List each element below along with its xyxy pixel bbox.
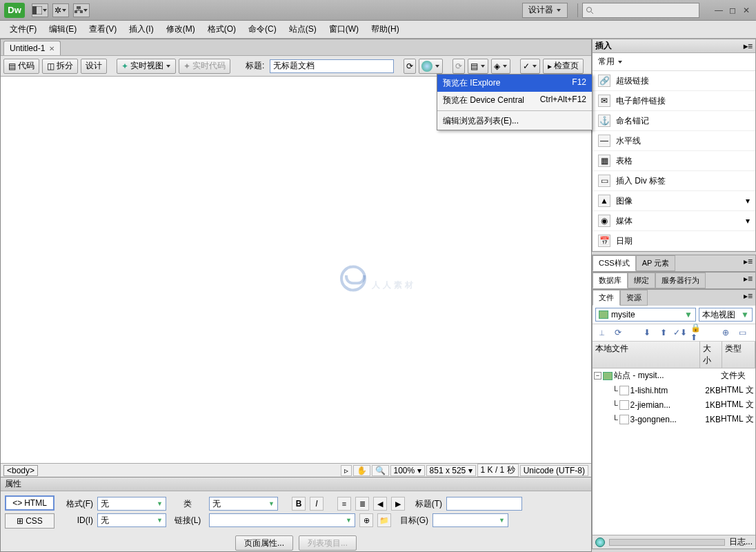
preview-button[interactable]: [419, 59, 443, 74]
insert-div[interactable]: ▭插入 Div 标签: [593, 171, 755, 191]
col-size[interactable]: 大小: [700, 342, 722, 368]
panel-menu-icon[interactable]: ▸≡: [741, 290, 755, 306]
target-select[interactable]: ▼: [432, 513, 508, 527]
assets-tab[interactable]: 资源: [620, 290, 648, 306]
live-view-button[interactable]: ✦实时视图: [117, 59, 176, 74]
zoom-value[interactable]: 100% ▾: [390, 465, 425, 476]
site-menu[interactable]: [73, 3, 90, 17]
search-box[interactable]: [582, 3, 699, 18]
insert-media[interactable]: ◉媒体▾: [593, 211, 755, 231]
expand-icon[interactable]: ▭: [736, 326, 748, 339]
extension-menu[interactable]: ✲: [52, 3, 69, 17]
file-mgmt-button[interactable]: ⟳: [404, 59, 416, 74]
check-page-button[interactable]: ▸检查页: [543, 59, 584, 74]
insert-table[interactable]: ▦表格: [593, 151, 755, 171]
design-view-button[interactable]: 设计: [81, 59, 107, 74]
log-link[interactable]: 日志...: [729, 536, 753, 548]
insert-email[interactable]: ✉电子邮件链接: [593, 91, 755, 111]
title-input[interactable]: [270, 59, 394, 73]
dropdown-icon[interactable]: ▾: [746, 216, 750, 226]
insert-hyperlink[interactable]: 🔗超级链接: [593, 71, 755, 91]
insert-hr[interactable]: —水平线: [593, 131, 755, 151]
menu-format[interactable]: 格式(O): [202, 21, 241, 38]
layout-switcher[interactable]: [32, 3, 48, 17]
validate-button[interactable]: ✓: [520, 59, 540, 74]
insert-category[interactable]: 常用: [593, 53, 755, 71]
col-type[interactable]: 类型: [722, 342, 755, 368]
menu-help[interactable]: 帮助(H): [366, 21, 405, 38]
format-select[interactable]: 无▼: [97, 497, 166, 511]
bindings-tab[interactable]: 绑定: [628, 273, 655, 288]
file-row[interactable]: └ 2-jiemian... 1KBHTML 文: [593, 397, 755, 412]
menu-modify[interactable]: 修改(M): [161, 21, 201, 38]
view-options-button[interactable]: ▤: [468, 59, 488, 74]
panel-menu-icon[interactable]: ▸≡: [744, 41, 753, 51]
checkout-icon[interactable]: ✓⬇: [674, 326, 686, 339]
close-tab-icon[interactable]: ✕: [49, 45, 54, 52]
class-select[interactable]: 无▼: [209, 497, 278, 511]
site-root-row[interactable]: − 站点 - mysit... 文件夹: [593, 368, 755, 383]
css-mode-button[interactable]: ⊞ CSS: [5, 513, 54, 529]
title-field-input[interactable]: [446, 497, 522, 511]
insert-anchor[interactable]: ⚓命名锚记: [593, 111, 755, 131]
menu-commands[interactable]: 命令(C): [243, 21, 282, 38]
design-canvas[interactable]: [1, 77, 591, 463]
collapse-icon[interactable]: −: [594, 372, 601, 379]
file-row[interactable]: └ 1-lishi.htm 2KBHTML 文: [593, 383, 755, 397]
ol-button[interactable]: ≣: [355, 497, 369, 511]
menu-insert[interactable]: 插入(I): [123, 21, 159, 38]
close-button[interactable]: ✕: [741, 6, 752, 15]
database-tab[interactable]: 数据库: [593, 273, 628, 288]
menu-window[interactable]: 窗口(W): [324, 21, 364, 38]
menu-file[interactable]: 文件(F): [4, 21, 42, 38]
minimize-button[interactable]: —: [713, 6, 724, 15]
properties-header[interactable]: 属性: [1, 477, 591, 491]
split-view-button[interactable]: ◫拆分: [42, 59, 78, 74]
panel-menu-icon[interactable]: ▸≡: [741, 273, 755, 288]
insert-date[interactable]: 📅日期: [593, 231, 755, 251]
tag-body[interactable]: <body>: [3, 465, 38, 476]
document-tab[interactable]: Untitled-1 ✕: [3, 41, 61, 55]
preview-iexplore-item[interactable]: 预览在 IExplore F12: [437, 75, 592, 92]
checkin-icon[interactable]: 🔒⬆: [690, 326, 703, 339]
page-properties-button[interactable]: 页面属性...: [235, 535, 293, 551]
sync-icon[interactable]: ⊕: [719, 326, 732, 339]
id-select[interactable]: 无▼: [97, 513, 166, 527]
browse-folder-icon[interactable]: 📁: [377, 513, 391, 527]
italic-button[interactable]: I: [310, 497, 324, 511]
link-select[interactable]: ▼: [209, 513, 355, 527]
code-view-button[interactable]: ▤代码: [3, 59, 39, 74]
menu-site[interactable]: 站点(S): [284, 21, 322, 38]
preview-devicecentral-item[interactable]: 预览在 Device Central Ctrl+Alt+F12: [437, 92, 592, 109]
refresh-button[interactable]: ⟳: [452, 59, 465, 74]
site-select[interactable]: mysite ▼: [595, 308, 696, 322]
menu-view[interactable]: 查看(V): [83, 21, 122, 38]
outdent-button[interactable]: ◀: [373, 497, 387, 511]
view-select[interactable]: 本地视图▼: [699, 308, 753, 322]
file-row[interactable]: └ 3-gongnen... 1KBHTML 文: [593, 412, 755, 426]
server-behaviors-tab[interactable]: 服务器行为: [655, 273, 706, 288]
hand-tool-icon[interactable]: ✋: [353, 465, 370, 476]
indent-button[interactable]: ▶: [391, 497, 405, 511]
insert-panel-header[interactable]: 插入▸≡: [593, 39, 755, 53]
css-styles-tab[interactable]: CSS样式: [593, 255, 636, 271]
dropdown-icon[interactable]: ▾: [746, 196, 750, 206]
workspace-switcher[interactable]: 设计器: [522, 3, 568, 18]
point-to-file-icon[interactable]: ⊕: [359, 513, 373, 527]
ul-button[interactable]: ≡: [337, 497, 351, 511]
globe-icon[interactable]: [595, 538, 605, 547]
menu-edit[interactable]: 编辑(E): [43, 21, 82, 38]
html-mode-button[interactable]: <> HTML: [5, 495, 54, 511]
files-tab[interactable]: 文件: [593, 290, 620, 306]
maximize-button[interactable]: ◻: [727, 6, 738, 15]
connect-icon[interactable]: ⟂: [595, 326, 608, 339]
visual-aids-button[interactable]: ◈: [491, 59, 510, 74]
refresh-icon[interactable]: ⟳: [612, 326, 624, 339]
col-name[interactable]: 本地文件: [593, 342, 700, 368]
edit-browser-list-item[interactable]: 编辑浏览器列表(E)...: [437, 112, 592, 130]
ap-elements-tab[interactable]: AP 元素: [636, 255, 676, 271]
pointer-tool-icon[interactable]: ▹: [341, 465, 352, 476]
zoom-tool-icon[interactable]: 🔍: [372, 465, 389, 476]
panel-menu-icon[interactable]: ▸≡: [741, 255, 755, 271]
put-icon[interactable]: ⬆: [657, 326, 670, 339]
